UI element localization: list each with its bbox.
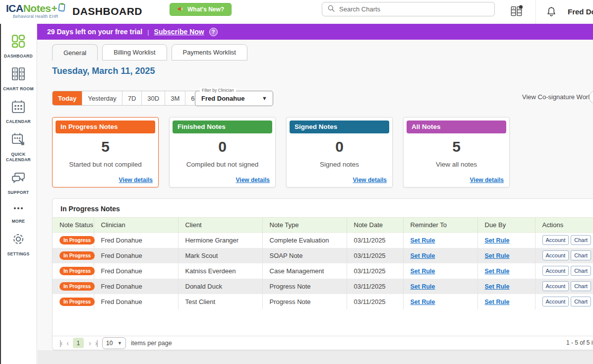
note-type-cell: Case Management bbox=[262, 263, 347, 279]
sidebar-nav: DASHBOARD CHART ROOM CALENDAR bbox=[0, 24, 37, 364]
clinician-filter-select[interactable]: Filter by Clinician Fred Donahue ▼ bbox=[195, 91, 273, 106]
range-today-button[interactable]: Today bbox=[53, 91, 82, 105]
note-date-cell: 03/11/2025 bbox=[347, 233, 403, 248]
range-30d-button[interactable]: 30D bbox=[142, 91, 165, 105]
chart-button[interactable]: Chart bbox=[571, 266, 591, 276]
col-clinician: Clinician bbox=[94, 218, 178, 233]
sidebar-label: CHART ROOM bbox=[3, 86, 34, 92]
account-button[interactable]: Account bbox=[542, 281, 569, 291]
set-rule-link[interactable]: Set Rule bbox=[485, 283, 510, 290]
page-size-value: 10 bbox=[106, 340, 113, 347]
set-rule-link[interactable]: Set Rule bbox=[411, 237, 435, 244]
account-button[interactable]: Account bbox=[542, 266, 569, 276]
view-details-link[interactable]: View details bbox=[353, 177, 387, 183]
set-rule-link[interactable]: Set Rule bbox=[411, 252, 435, 259]
whats-new-button[interactable]: What's New? bbox=[170, 3, 232, 16]
note-type-cell: Progress Note bbox=[262, 294, 347, 309]
app-header: ICANotes+ Behavioral Health EHR DASHBOAR… bbox=[0, 0, 593, 24]
client-cell: Test Client bbox=[178, 294, 262, 309]
sidebar-item-quick-calendar[interactable]: QUICK CALENDAR bbox=[0, 132, 36, 163]
page-size-select[interactable]: 10 ▼ bbox=[102, 337, 126, 349]
chevron-down-icon: ▼ bbox=[118, 341, 122, 346]
next-page-icon[interactable]: › bbox=[89, 339, 90, 347]
range-7d-button[interactable]: 7D bbox=[122, 91, 142, 105]
page-number-button[interactable]: 1 bbox=[73, 338, 84, 348]
card-all-notes[interactable]: All Notes 5 View all notes View details bbox=[403, 117, 510, 187]
set-rule-link[interactable]: Set Rule bbox=[411, 299, 435, 305]
set-rule-link[interactable]: Set Rule bbox=[485, 252, 510, 259]
note-date-cell: 03/11/2025 bbox=[347, 263, 403, 279]
card-finished-notes[interactable]: Finished Notes 0 Compiled but not signed… bbox=[169, 117, 276, 187]
prev-page-icon[interactable]: ‹ bbox=[66, 339, 68, 347]
page-bottom-strip bbox=[38, 350, 593, 364]
card-count: 5 bbox=[53, 138, 158, 155]
set-rule-link[interactable]: Set Rule bbox=[411, 268, 435, 275]
sidebar-item-dashboard[interactable]: DASHBOARD bbox=[0, 34, 36, 59]
account-button[interactable]: Account bbox=[542, 235, 569, 245]
card-signed-notes[interactable]: Signed Notes 0 Signed notes View details bbox=[286, 117, 393, 187]
chart-room-shortcut-icon[interactable] bbox=[510, 4, 523, 20]
sidebar-label: CALENDAR bbox=[6, 119, 31, 124]
range-yesterday-button[interactable]: Yesterday bbox=[82, 91, 122, 105]
note-type-cell: Progress Note bbox=[262, 279, 347, 294]
note-type-cell: Complete Evaluation bbox=[262, 233, 347, 248]
account-button[interactable]: Account bbox=[542, 250, 569, 260]
client-cell: Hermione Granger bbox=[178, 233, 262, 248]
tab-payments-worklist[interactable]: Payments Worklist bbox=[172, 44, 247, 61]
notes-table: Note Status Clinician Client Note Type N… bbox=[53, 217, 593, 309]
search-charts-box bbox=[322, 2, 495, 16]
search-charts-input[interactable] bbox=[339, 5, 489, 13]
status-badge: In Progress bbox=[59, 236, 95, 244]
tab-billing-worklist[interactable]: Billing Worklist bbox=[102, 44, 167, 61]
sidebar-label: DASHBOARD bbox=[4, 54, 33, 59]
sidebar-item-settings[interactable]: SETTINGS bbox=[0, 232, 36, 257]
subscribe-now-link[interactable]: Subscribe Now bbox=[154, 28, 204, 36]
clinician-filter-value: Fred Donahue bbox=[201, 95, 244, 102]
logo-plus: + bbox=[52, 3, 58, 13]
chart-button[interactable]: Chart bbox=[571, 297, 591, 306]
card-title: Finished Notes bbox=[173, 121, 272, 133]
megaphone-icon bbox=[177, 5, 184, 14]
chart-button[interactable]: Chart bbox=[571, 235, 591, 245]
user-menu[interactable]: Fred Donahue bbox=[568, 7, 593, 16]
range-3m-button[interactable]: 3M bbox=[165, 91, 185, 105]
sidebar-item-support[interactable]: SUPPORT bbox=[0, 170, 36, 195]
view-details-link[interactable]: View details bbox=[470, 177, 504, 183]
set-rule-link[interactable]: Set Rule bbox=[485, 268, 510, 275]
tab-general[interactable]: General bbox=[52, 44, 98, 61]
date-heading: Tuesday, March 11, 2025 bbox=[52, 66, 155, 76]
sidebar-item-chart-room[interactable]: CHART ROOM bbox=[0, 66, 36, 92]
set-rule-link[interactable]: Set Rule bbox=[411, 283, 435, 290]
dashboard-grid-icon bbox=[11, 34, 26, 51]
last-page-icon[interactable]: ›| bbox=[95, 339, 97, 347]
cosignature-worklist-link[interactable]: View Co-signature Worklist bbox=[522, 93, 593, 101]
clinician-cell: Fred Donahue bbox=[94, 279, 178, 294]
view-details-link[interactable]: View details bbox=[119, 177, 153, 183]
account-button[interactable]: Account bbox=[542, 297, 569, 306]
card-in-progress-notes[interactable]: In Progress Notes 5 Started but not comp… bbox=[52, 117, 159, 187]
icanotes-logo[interactable]: ICANotes+ Behavioral Health EHR bbox=[6, 2, 66, 19]
help-icon[interactable]: ? bbox=[209, 28, 218, 36]
chart-button[interactable]: Chart bbox=[571, 250, 591, 260]
chart-button[interactable]: Chart bbox=[571, 281, 591, 291]
clinician-filter-label: Filter by Clinician bbox=[200, 88, 236, 93]
card-count: 0 bbox=[287, 138, 392, 155]
set-rule-link[interactable]: Set Rule bbox=[485, 299, 510, 305]
first-page-icon[interactable]: |‹ bbox=[59, 339, 61, 347]
client-cell: Katniss Everdeen bbox=[178, 263, 262, 279]
sidebar-item-calendar[interactable]: CALENDAR bbox=[0, 99, 36, 124]
col-note-status: Note Status bbox=[53, 218, 94, 233]
note-date-cell: 03/11/2025 bbox=[347, 248, 403, 263]
sidebar-item-more[interactable]: MORE bbox=[0, 203, 36, 224]
gear-icon bbox=[11, 232, 26, 248]
logo-text-primary: ICA bbox=[6, 3, 23, 13]
trial-divider: | bbox=[147, 28, 149, 36]
view-details-link[interactable]: View details bbox=[236, 177, 270, 183]
ellipsis-icon bbox=[11, 203, 26, 216]
summary-cards: In Progress Notes 5 Started but not comp… bbox=[52, 117, 510, 187]
col-due-by: Due By bbox=[477, 218, 535, 233]
set-rule-link[interactable]: Set Rule bbox=[485, 237, 510, 244]
card-subtitle: Signed notes bbox=[287, 161, 392, 168]
sidebar-label: MORE bbox=[12, 219, 25, 224]
notifications-bell-icon[interactable] bbox=[545, 5, 557, 20]
